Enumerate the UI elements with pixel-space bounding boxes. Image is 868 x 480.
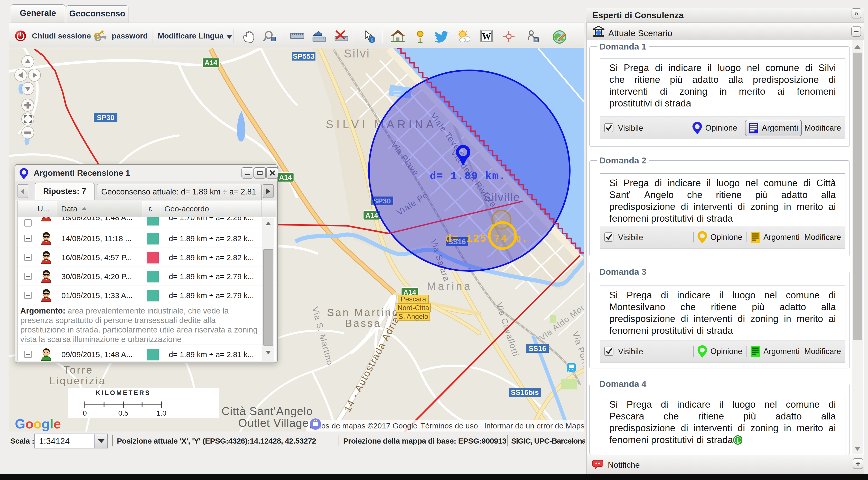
svg-text:Marina: Marina (427, 280, 472, 292)
svg-text:0.5: 0.5 (118, 409, 128, 417)
svg-text:Informar de un error de Maps: Informar de un error de Maps (484, 421, 584, 430)
svg-text:0: 0 (83, 409, 87, 417)
svg-text:SS16: SS16 (529, 345, 547, 352)
svg-text:1.0: 1.0 (156, 409, 166, 417)
svg-text:Città Sant'Angelo: Città Sant'Angelo (221, 405, 313, 417)
svg-text:Pescara: Pescara (401, 295, 426, 303)
svg-text:A14: A14 (279, 174, 292, 181)
svg-text:Torre: Torre (63, 364, 93, 376)
svg-text:i: i (371, 37, 373, 43)
svg-text:SS16bis: SS16bis (511, 388, 539, 397)
svg-text:Outlet Village: Outlet Village (238, 417, 309, 429)
svg-text:Google: Google (15, 416, 61, 431)
svg-text:S. Angelo: S. Angelo (398, 313, 428, 320)
svg-text:KILOMETERS: KILOMETERS (96, 389, 151, 397)
svg-text:San Martino: San Martino (327, 307, 399, 318)
svg-text:i: i (737, 437, 739, 444)
svg-text:d= 1.89 km.: d= 1.89 km. (430, 171, 506, 182)
svg-text:A14: A14 (365, 212, 378, 219)
svg-text:Nord-Citta: Nord-Citta (397, 304, 429, 312)
svg-text:W: W (482, 31, 491, 41)
svg-text:Bassa: Bassa (345, 318, 381, 329)
svg-text:SP553: SP553 (293, 52, 314, 60)
svg-text:Silvi: Silvi (344, 48, 370, 60)
svg-text:A14: A14 (205, 59, 217, 67)
svg-text:Datos de mapas ©2017 Google: Datos de mapas ©2017 Google (309, 421, 417, 430)
svg-text:Liquerizia: Liquerizia (49, 375, 106, 386)
svg-text:Términos de uso: Términos de uso (421, 421, 478, 430)
svg-text:SP30: SP30 (97, 114, 115, 122)
